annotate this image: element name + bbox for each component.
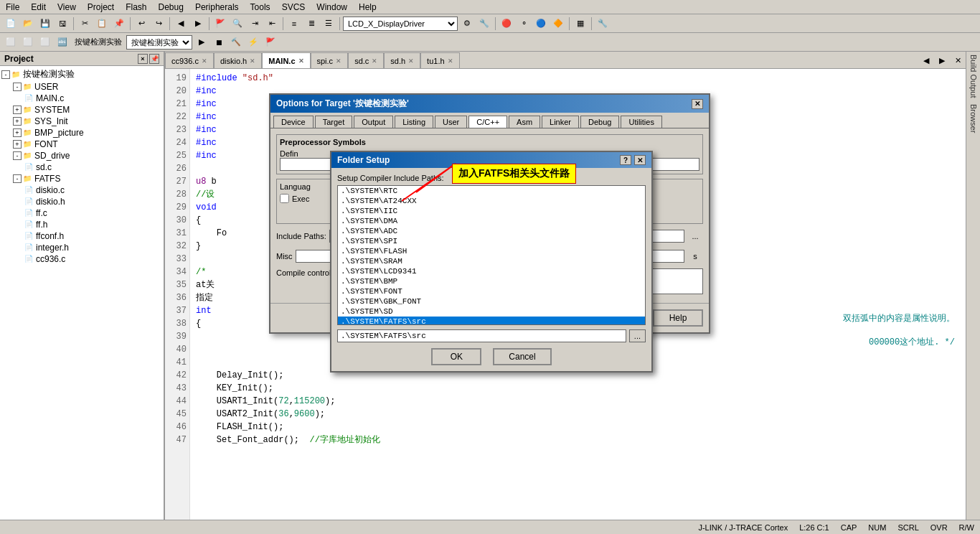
tab-utilities[interactable]: Utilities <box>621 116 661 128</box>
path-item-4[interactable]: .\SYSTEM\ADC <box>338 226 645 236</box>
right-comment-1: 双括弧中的内容是属性说明。 <box>843 312 955 324</box>
exec-label: Exec <box>292 195 309 203</box>
folder-cancel-btn[interactable]: Cancel <box>493 348 551 365</box>
folder-dialog-body: Setup Compiler Include Paths: .\SYSTEM\R… <box>331 168 651 371</box>
options-dialog-close-btn[interactable]: ✕ <box>692 99 703 109</box>
path-item-13[interactable]: .\SYSTEM\FATFS\src <box>338 317 645 325</box>
misc-label: Misc <box>276 252 293 261</box>
path-item-0[interactable]: .\SYSTEM\RTC <box>338 186 645 196</box>
exec-checkbox[interactable] <box>280 194 289 203</box>
folder-input-row: ... <box>337 329 646 342</box>
folder-dialog-title-text: Folder Setup <box>337 155 390 165</box>
path-item-6[interactable]: .\SYSTEM\FLASH <box>338 246 645 256</box>
options-dialog-title-text: Options for Target '按键检测实验' <box>276 98 409 110</box>
tab-user[interactable]: User <box>435 116 467 128</box>
tab-output[interactable]: Output <box>354 116 393 128</box>
path-item-10[interactable]: .\SYSTEM\FONT <box>338 286 645 296</box>
path-item-8[interactable]: .\SYSTEM\LCD9341 <box>338 266 645 276</box>
options-help-btn[interactable]: Help <box>653 309 703 327</box>
path-item-1[interactable]: .\SYSTEM\AT24CXX <box>338 196 645 206</box>
callout: 加入FATFS相关头文件路 <box>452 164 576 184</box>
tab-device[interactable]: Device <box>273 116 314 128</box>
folder-browse-btn[interactable]: ... <box>629 329 646 342</box>
folder-path-list[interactable]: .\SYSTEM\RTC .\SYSTEM\AT24CXX .\SYSTEM\I… <box>337 185 646 325</box>
dialog-overlay: Options for Target '按键检测实验' ✕ Device Tar… <box>0 0 980 534</box>
path-item-3[interactable]: .\SYSTEM\DMA <box>338 216 645 226</box>
folder-close-btn[interactable]: ✕ <box>634 155 646 165</box>
options-dialog-title: Options for Target '按键检测实验' ✕ <box>270 95 709 113</box>
include-browse-btn[interactable]: ... <box>687 228 703 244</box>
path-item-7[interactable]: .\SYSTEM\SRAM <box>338 256 645 266</box>
include-label: Include Paths: <box>276 232 326 240</box>
tab-cc[interactable]: C/C++ <box>468 116 507 128</box>
path-item-9[interactable]: .\SYSTEM\BMP <box>338 276 645 286</box>
folder-path-input[interactable] <box>337 329 626 342</box>
tab-listing[interactable]: Listing <box>395 116 433 128</box>
tab-asm[interactable]: Asm <box>509 116 540 128</box>
tab-target[interactable]: Target <box>315 116 353 128</box>
folder-btn-row: OK Cancel <box>337 348 646 365</box>
misc-btn[interactable]: s <box>687 248 703 264</box>
right-comment-2: 000000这个地址. */ <box>869 336 955 348</box>
folder-help-btn[interactable]: ? <box>620 155 631 165</box>
tab-debug[interactable]: Debug <box>580 116 619 128</box>
folder-dialog: Folder Setup ? ✕ Setup Compiler Include … <box>330 151 653 373</box>
path-item-11[interactable]: .\SYSTEM\GBK_FONT <box>338 296 645 306</box>
path-item-2[interactable]: .\SYSTEM\IIC <box>338 206 645 216</box>
options-dialog-tabs: Device Target Output Listing User C/C++ … <box>270 113 709 128</box>
folder-title-btns: ? ✕ <box>620 155 646 165</box>
folder-ok-btn[interactable]: OK <box>431 348 481 365</box>
path-item-5[interactable]: .\SYSTEM\SPI <box>338 236 645 246</box>
path-item-12[interactable]: .\SYSTEM\SD <box>338 306 645 317</box>
tab-linker[interactable]: Linker <box>542 116 579 128</box>
preproc-title: Preprocessor Symbols <box>280 138 699 146</box>
